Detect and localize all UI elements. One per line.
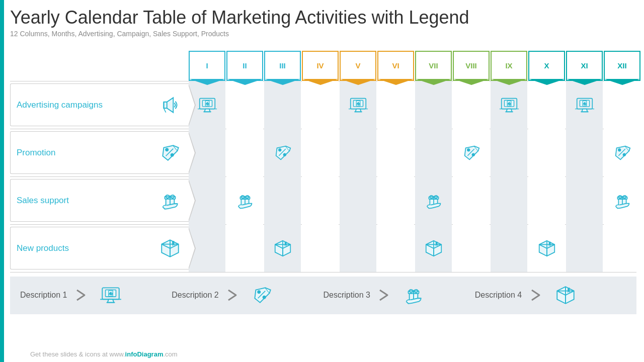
cell-3-9 <box>528 224 565 272</box>
cell-2-10 <box>566 176 603 224</box>
header-row: IIIIIIIVVVIVIIVIIIIXXXIXII <box>189 47 636 81</box>
cell-0-3 <box>302 81 339 129</box>
row-icon-2 <box>156 187 184 214</box>
cell-0-10 <box>566 81 603 129</box>
cell-3-11 <box>604 224 640 272</box>
main-container: Yearly Calendar Table of Marketing Activ… <box>10 8 636 357</box>
cell-1-11 <box>604 129 640 176</box>
legend-arrow-0 <box>73 287 91 304</box>
legend-item-1: Description 2 <box>172 282 323 309</box>
month-banner-V: V <box>340 51 376 81</box>
cell-1-3 <box>302 129 339 176</box>
cell-2-1 <box>226 176 263 224</box>
data-row-2: Sales support <box>10 177 636 225</box>
svg-point-82 <box>258 291 260 293</box>
svg-point-32 <box>171 153 173 156</box>
cell-0-7 <box>453 81 490 129</box>
cell-2-7 <box>453 176 490 224</box>
cell-1-6 <box>415 129 452 176</box>
month-banner-IX: IX <box>491 51 527 81</box>
row-label-text-3: New products <box>17 243 151 253</box>
cell-0-6 <box>415 81 452 129</box>
month-banner-VI: VI <box>377 51 414 81</box>
month-banner-XI: XI <box>566 51 603 81</box>
row-label-1: Promotion <box>10 131 189 174</box>
cell-2-9 <box>528 176 565 224</box>
cell-3-10 <box>566 224 603 272</box>
cell-1-7 <box>453 129 490 176</box>
row-label-text-0: Advertising campaigns <box>17 100 151 110</box>
cell-0-11 <box>604 81 640 129</box>
data-rows: Advertising campaigns <box>10 81 636 273</box>
month-banner-VII: VII <box>415 51 452 81</box>
cell-3-6 <box>415 224 452 272</box>
svg-point-40 <box>618 148 620 151</box>
svg-point-35 <box>283 153 286 156</box>
page-title: Yearly Calendar Table of Marketing Activ… <box>10 8 636 28</box>
legend-label-1: Description 2 <box>172 291 218 300</box>
cell-0-2 <box>264 81 301 129</box>
cell-0-9 <box>528 81 565 129</box>
month-banner-IV: IV <box>302 51 339 81</box>
row-icon-3 <box>156 234 184 262</box>
svg-point-34 <box>278 148 281 151</box>
month-banner-II: II <box>226 51 263 81</box>
legend-icon-3 <box>551 282 579 309</box>
legend-label-0: Description 1 <box>20 291 67 300</box>
data-row-3: New products <box>10 225 636 273</box>
cell-3-5 <box>377 224 414 272</box>
legend-item-2: Description 3 <box>324 282 475 309</box>
month-banner-X: X <box>528 51 565 81</box>
cells-area-1 <box>189 129 641 176</box>
svg-line-2 <box>164 108 166 112</box>
cell-1-4 <box>340 129 376 176</box>
cells-area-3 <box>189 224 641 272</box>
cell-1-8 <box>491 129 527 176</box>
left-accent <box>0 0 4 362</box>
cell-3-8 <box>491 224 527 272</box>
row-label-2: Sales support <box>10 179 189 222</box>
svg-point-38 <box>472 153 474 156</box>
data-row-0: Advertising campaigns <box>10 81 636 129</box>
cell-2-6 <box>415 176 452 224</box>
svg-point-83 <box>263 296 266 299</box>
cell-2-8 <box>491 176 527 224</box>
cell-0-4 <box>340 81 376 129</box>
page-subtitle: 12 Columns, Months, Advertising, Campaig… <box>10 30 636 38</box>
cells-area-2 <box>189 176 641 224</box>
cell-3-3 <box>302 224 339 272</box>
cell-2-3 <box>302 176 339 224</box>
row-label-text-2: Sales support <box>17 196 151 206</box>
svg-marker-79 <box>108 299 114 302</box>
table-area: IIIIIIIVVVIVIIVIIIIXXXIXII Advertising c… <box>10 47 636 273</box>
svg-point-31 <box>166 148 168 151</box>
svg-point-37 <box>467 148 469 151</box>
row-icon-0 <box>156 91 184 119</box>
data-row-1: Promotion <box>10 129 636 177</box>
legend-arrow-2 <box>376 287 394 304</box>
cell-3-4 <box>340 224 376 272</box>
legend-item-3: Description 4 <box>475 282 626 309</box>
legend-icon-0 <box>97 282 124 309</box>
cell-2-4 <box>340 176 376 224</box>
cell-0-5 <box>377 81 414 129</box>
cell-2-5 <box>377 176 414 224</box>
month-banner-III: III <box>264 51 301 81</box>
legend-bar: Description 1 Description 2 Description … <box>10 277 636 314</box>
legend-arrow-1 <box>225 287 243 304</box>
cell-0-8 <box>491 81 527 129</box>
month-banner-VIII: VIII <box>453 51 490 81</box>
svg-point-41 <box>623 153 625 156</box>
cell-0-1 <box>226 81 263 129</box>
cell-2-11 <box>604 176 640 224</box>
row-label-3: New products <box>10 227 189 269</box>
row-label-text-1: Promotion <box>17 148 151 158</box>
cell-1-5 <box>377 129 414 176</box>
legend-arrow-3 <box>528 287 545 304</box>
cell-3-7 <box>453 224 490 272</box>
legend-item-0: Description 1 <box>20 282 172 309</box>
cell-1-10 <box>566 129 603 176</box>
month-banner-XII: XII <box>604 51 640 81</box>
cell-3-1 <box>226 224 263 272</box>
legend-label-2: Description 3 <box>324 291 370 300</box>
